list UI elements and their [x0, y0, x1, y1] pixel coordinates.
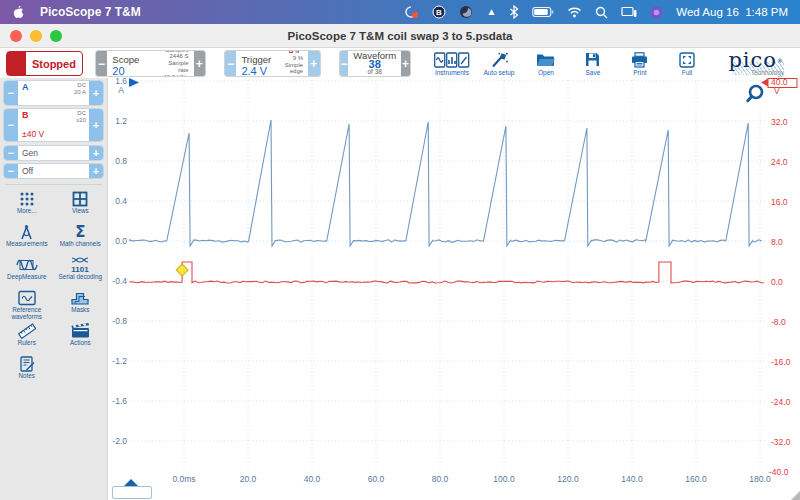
right-axis-tick-label: -32.0: [771, 437, 791, 447]
tool-label: Notes: [19, 373, 35, 380]
macos-menu-bar: PicoScope 7 T&M B▲ Wed Aug 16 1:48 PM: [0, 0, 800, 24]
tool-rulers[interactable]: Rulers: [0, 321, 54, 354]
right-axis-tick-label: 24.0: [771, 157, 788, 167]
serial-decoding-icon: 1101: [69, 257, 91, 273]
bluetooth-icon[interactable]: [509, 5, 519, 19]
waveform-number[interactable]: 38: [353, 60, 396, 68]
auto-setup-button[interactable]: Auto setup: [476, 52, 522, 76]
tool-reference-waveforms[interactable]: Reference waveforms: [0, 288, 54, 321]
tool-deepmeasure[interactable]: DeepMeasure: [0, 255, 54, 288]
timebase-increase-button[interactable]: +: [194, 51, 205, 76]
x-axis-tick-label: 0.0ms: [172, 474, 195, 484]
scope-label[interactable]: Scope: [112, 54, 153, 65]
x-axis-tick-label: 140.0: [621, 474, 643, 484]
channel-b-trace[interactable]: [130, 262, 764, 283]
generator-panel[interactable]: − Gen +: [3, 145, 104, 161]
channel-b-name: B: [22, 110, 29, 120]
save-button[interactable]: Save: [570, 52, 616, 76]
channel-b-panel[interactable]: − B DCx20 ±40 V +: [3, 108, 104, 142]
trigger-decrease-button[interactable]: −: [225, 51, 236, 76]
trigger-level-value[interactable]: 2.4 V: [241, 65, 271, 77]
dropbox-icon[interactable]: ▲: [486, 7, 496, 17]
channel-a-name: A: [22, 82, 29, 92]
channel-b-decrease-button[interactable]: −: [4, 109, 18, 141]
channel-a-increase-button[interactable]: +: [89, 81, 103, 105]
generator-decrease-button[interactable]: −: [4, 146, 18, 160]
generator-state-panel[interactable]: − Off +: [3, 163, 104, 179]
waveform-previous-button[interactable]: −: [340, 51, 349, 76]
tool-label: Measurements: [6, 241, 48, 248]
trigger-label[interactable]: Trigger: [241, 54, 271, 65]
app-dot-icon[interactable]: [650, 6, 663, 19]
channel-b-range: ±40 V: [22, 129, 44, 139]
open-button[interactable]: Open: [523, 52, 569, 76]
stop-start-button[interactable]: Stopped: [6, 51, 83, 76]
generator-increase-button[interactable]: +: [89, 146, 103, 160]
tool-measurements[interactable]: Measurements: [0, 222, 54, 255]
close-button[interactable]: [10, 30, 22, 42]
reference-waveforms-icon: [18, 290, 36, 306]
full-button[interactable]: Full: [664, 52, 710, 76]
toolbar-button-label: Save: [586, 69, 601, 76]
tool-more-[interactable]: More...: [0, 189, 54, 222]
channel-a-decrease-button[interactable]: −: [4, 81, 18, 105]
tool-masks[interactable]: Masks: [54, 288, 108, 321]
tool-math-channels[interactable]: ΣMath channels: [54, 222, 108, 255]
tool-views[interactable]: Views: [54, 189, 108, 222]
scope-panel: − Scope 20 ms/div Samples 2446 S Sample …: [95, 50, 206, 77]
minimize-button[interactable]: [30, 30, 42, 42]
fullscreen-button[interactable]: [50, 30, 62, 42]
screen-share-icon[interactable]: [403, 5, 419, 19]
generator-state-increase-button[interactable]: +: [89, 164, 103, 178]
battery-icon[interactable]: [532, 6, 554, 18]
channel-a-trace[interactable]: [130, 120, 762, 246]
tool-serial-decoding[interactable]: 1101Serial decoding: [54, 255, 108, 288]
b-app-icon[interactable]: B: [432, 5, 446, 19]
right-axis-tick-label: -24.0: [771, 397, 791, 407]
spotlight-icon[interactable]: [595, 6, 608, 19]
instruments-button[interactable]: Instruments: [429, 52, 475, 76]
waveform-next-button[interactable]: +: [401, 51, 410, 76]
tool-label: Serial decoding: [59, 274, 102, 281]
chart-gridlines: [130, 80, 765, 470]
trigger-increase-button[interactable]: +: [308, 51, 319, 76]
window-title-bar: PicoScope 7 T&M coil swap 3 to 5.psdata: [0, 24, 800, 48]
bottom-panel-expand-button[interactable]: [112, 486, 152, 499]
tool-label: Reference waveforms: [2, 307, 52, 321]
toolbar-button-label: Instruments: [435, 69, 469, 76]
generator-state-decrease-button[interactable]: −: [4, 164, 18, 178]
moon-icon[interactable]: [459, 5, 473, 19]
timebase-value[interactable]: 20 ms/div: [112, 65, 153, 77]
waveform-total: of 38: [353, 68, 396, 76]
tool-label: Math channels: [60, 241, 101, 248]
toolbar-button-label: Print: [633, 69, 646, 76]
channel-a-panel[interactable]: − A DC20 A +: [3, 80, 104, 106]
resize-grip[interactable]: [791, 491, 800, 500]
trigger-marker[interactable]: [176, 264, 188, 276]
x-axis-tick-label: 180.0: [749, 474, 771, 484]
waveform-plot[interactable]: 1.61.20.80.40.0-0.4-0.8-1.2-1.6-2.0A40.0…: [108, 78, 799, 500]
x-axis-tick-label: 100.0: [493, 474, 515, 484]
right-axis-tick-label: 32.0: [771, 117, 788, 127]
tool-label: More...: [17, 208, 37, 215]
tool-actions[interactable]: Actions: [54, 321, 108, 354]
expand-arrow-icon: [124, 479, 138, 486]
timebase-decrease-button[interactable]: −: [96, 51, 107, 76]
menu-app-name[interactable]: PicoScope 7 T&M: [40, 5, 141, 19]
left-axis-tick-label: -2.0: [112, 436, 127, 446]
channel-b-axis-marker[interactable]: [761, 79, 768, 87]
menu-clock[interactable]: Wed Aug 16 1:48 PM: [676, 6, 788, 18]
print-button[interactable]: Print: [617, 52, 663, 76]
svg-text:1101: 1101: [72, 265, 90, 274]
x-axis-tick-label: 60.0: [368, 474, 385, 484]
sidebar-divider: [5, 184, 102, 185]
wifi-icon[interactable]: [567, 6, 582, 18]
tool-notes[interactable]: Notes: [0, 354, 54, 387]
apple-menu-icon[interactable]: [12, 5, 24, 19]
left-axis-tick-label: -0.4: [112, 276, 127, 286]
channel-b-increase-button[interactable]: +: [89, 109, 103, 141]
auto-setup-icon: [490, 52, 508, 68]
math-sigma-icon: Σ: [75, 224, 85, 240]
channel-a-axis-marker[interactable]: [129, 78, 139, 87]
sidecar-icon[interactable]: [621, 6, 637, 18]
